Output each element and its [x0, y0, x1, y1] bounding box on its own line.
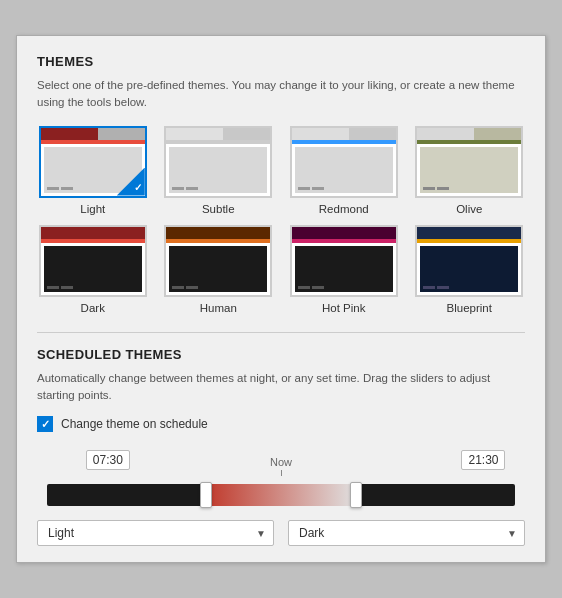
theme-item-olive[interactable]: Olive — [414, 126, 526, 215]
time-right-box: 21:30 — [461, 450, 505, 470]
slider-track — [47, 484, 515, 506]
theme-name-light: Light — [80, 203, 105, 215]
dropdowns-row: LightSubtleRedmondOliveDarkHumanHot Pink… — [37, 520, 525, 546]
theme-item-light[interactable]: ✓Light — [37, 126, 149, 215]
theme-preview-dark — [39, 225, 147, 297]
dark-theme-dropdown[interactable]: LightSubtleRedmondOliveDarkHumanHot Pink… — [288, 520, 525, 546]
checkbox-label: Change theme on schedule — [61, 417, 208, 431]
themes-grid: ✓LightSubtleRedmondOliveDarkHumanHot Pin… — [37, 126, 525, 314]
checkmark-icon: ✓ — [41, 419, 50, 430]
slider-labels: 07:30 Now 21:30 — [37, 450, 525, 480]
time-left-box: 07:30 — [86, 450, 130, 470]
theme-name-dark: Dark — [81, 302, 105, 314]
scheduled-description: Automatically change between themes at n… — [37, 370, 525, 405]
theme-name-human: Human — [200, 302, 237, 314]
theme-item-subtle[interactable]: Subtle — [163, 126, 275, 215]
light-theme-dropdown-wrapper: LightSubtleRedmondOliveDarkHumanHot Pink… — [37, 520, 274, 546]
themes-description: Select one of the pre-defined themes. Yo… — [37, 77, 525, 112]
theme-preview-hot-pink — [290, 225, 398, 297]
theme-item-human[interactable]: Human — [163, 225, 275, 314]
checkbox-row: ✓ Change theme on schedule — [37, 416, 525, 432]
theme-preview-redmond — [290, 126, 398, 198]
theme-name-redmond: Redmond — [319, 203, 369, 215]
theme-name-hot-pink: Hot Pink — [322, 302, 365, 314]
slider-handle-right[interactable] — [350, 482, 362, 508]
theme-item-redmond[interactable]: Redmond — [288, 126, 400, 215]
theme-preview-human — [164, 225, 272, 297]
now-label: Now — [270, 456, 292, 468]
theme-name-olive: Olive — [456, 203, 482, 215]
now-column: Now — [270, 456, 292, 476]
now-tick — [280, 470, 281, 476]
theme-preview-light: ✓ — [39, 126, 147, 198]
slider-track-container — [37, 484, 525, 506]
dark-theme-dropdown-wrapper: LightSubtleRedmondOliveDarkHumanHot Pink… — [288, 520, 525, 546]
theme-item-dark[interactable]: Dark — [37, 225, 149, 314]
scheduled-title: SCHEDULED THEMES — [37, 347, 525, 362]
theme-item-blueprint[interactable]: Blueprint — [414, 225, 526, 314]
themes-panel: THEMES Select one of the pre-defined the… — [16, 35, 546, 563]
section-divider — [37, 332, 525, 333]
schedule-checkbox[interactable]: ✓ — [37, 416, 53, 432]
theme-preview-olive — [415, 126, 523, 198]
slider-section: 07:30 Now 21:30 — [37, 450, 525, 506]
theme-name-blueprint: Blueprint — [447, 302, 492, 314]
slider-handle-left[interactable] — [200, 482, 212, 508]
themes-title: THEMES — [37, 54, 525, 69]
theme-item-hot-pink[interactable]: Hot Pink — [288, 225, 400, 314]
light-theme-dropdown[interactable]: LightSubtleRedmondOliveDarkHumanHot Pink… — [37, 520, 274, 546]
theme-name-subtle: Subtle — [202, 203, 235, 215]
theme-preview-subtle — [164, 126, 272, 198]
theme-preview-blueprint — [415, 225, 523, 297]
